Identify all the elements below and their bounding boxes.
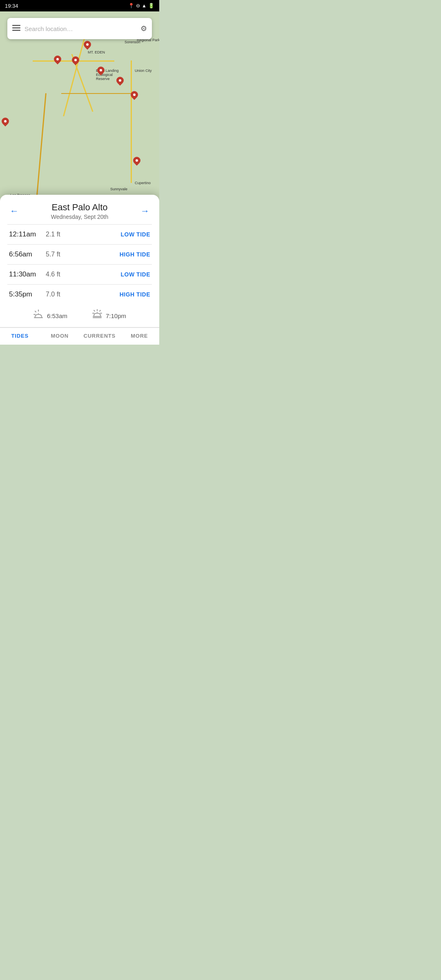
status-icons: 📍 ⊖ ▲ 🔋 (128, 3, 154, 9)
location-name: East Palo Alto (20, 202, 139, 213)
map-label-union-city: Union City (135, 69, 152, 73)
bottom-sheet: ← East Palo Alto Wednesday, Sept 20th → … (0, 195, 159, 345)
menu-icon[interactable] (12, 24, 20, 34)
location-header: ← East Palo Alto Wednesday, Sept 20th → (0, 195, 159, 224)
tide-height-4: 7.0 ft (46, 291, 120, 298)
map-marker-6 (131, 91, 138, 101)
dnd-status-icon: ⊖ (136, 3, 140, 9)
location-date: Wednesday, Sept 20th (20, 214, 139, 220)
tide-row-3: 11:30am 4.6 ft LOW TIDE (0, 265, 159, 284)
svg-rect-1 (12, 27, 20, 29)
settings-icon[interactable]: ⚙ (140, 24, 147, 33)
location-info: East Palo Alto Wednesday, Sept 20th (20, 202, 139, 220)
map-marker-8 (133, 157, 140, 167)
tide-time-3: 11:30am (9, 270, 46, 278)
svg-line-9 (94, 310, 95, 311)
svg-rect-2 (12, 30, 20, 31)
sunrise-item: 6:53am (33, 309, 67, 322)
tide-row-4: 5:35pm 7.0 ft HIGH TIDE (0, 285, 159, 304)
svg-rect-0 (12, 25, 20, 26)
sunrise-time: 6:53am (47, 312, 67, 319)
tide-row-1: 12:11am 2.1 ft LOW TIDE (0, 225, 159, 244)
map-marker-2 (54, 56, 61, 65)
map-label-sunnyvale: Sunnyvale (110, 187, 127, 191)
sunrise-icon (33, 309, 44, 322)
tide-label-3: LOW TIDE (121, 271, 150, 278)
tab-tides[interactable]: TIDES (0, 328, 40, 345)
tide-time-4: 5:35pm (9, 290, 46, 298)
sunset-icon (92, 309, 102, 322)
tide-height-3: 4.6 ft (46, 271, 121, 278)
tide-label-4: HIGH TIDE (120, 291, 150, 298)
tide-time-2: 6:56am (9, 250, 46, 258)
tab-moon[interactable]: MOON (40, 328, 80, 345)
status-time: 19:34 (5, 3, 18, 9)
sunset-item: 7:10pm (92, 309, 126, 322)
map-label-cupertino: Cupertino (135, 181, 151, 185)
svg-line-4 (35, 311, 36, 312)
tide-height-1: 2.1 ft (46, 231, 121, 238)
sun-times-row: 6:53am 7:10pm (0, 304, 159, 325)
tab-more[interactable]: MORE (120, 328, 160, 345)
tide-row-2: 6:56am 5.7 ft HIGH TIDE (0, 245, 159, 264)
location-status-icon: 📍 (128, 3, 134, 9)
map-marker-5 (116, 77, 124, 87)
tide-label-1: LOW TIDE (121, 231, 150, 238)
map-label-mt-eden: MT. EDEN (88, 50, 105, 54)
battery-status-icon: 🔋 (148, 3, 154, 9)
svg-line-11 (100, 310, 100, 311)
map-marker-4 (97, 67, 105, 76)
status-bar: 19:34 📍 ⊖ ▲ 🔋 (0, 0, 159, 11)
bottom-tabs: TIDES MOON CURRENTS MORE (0, 327, 159, 345)
map-marker-1 (84, 41, 91, 51)
tide-label-2: HIGH TIDE (120, 251, 150, 258)
tab-currents[interactable]: CURRENTS (80, 328, 120, 345)
sunset-time: 7:10pm (106, 312, 126, 319)
tide-height-2: 5.7 ft (46, 251, 120, 258)
search-bar: Search location… ⚙ (7, 18, 152, 39)
prev-day-button[interactable]: ← (8, 204, 20, 218)
search-input[interactable]: Search location… (24, 25, 136, 32)
map-marker-7 (2, 118, 9, 127)
map-marker-3 (72, 56, 79, 66)
wifi-status-icon: ▲ (142, 3, 147, 9)
next-day-button[interactable]: → (139, 204, 151, 218)
tide-time-1: 12:11am (9, 230, 46, 238)
